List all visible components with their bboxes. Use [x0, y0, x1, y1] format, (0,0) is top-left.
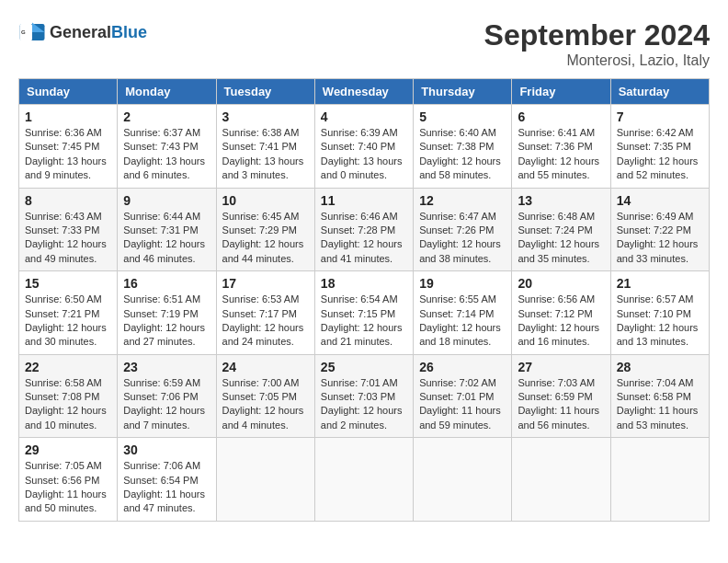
day-detail: Sunrise: 6:39 AM Sunset: 7:40 PM Dayligh… — [321, 126, 407, 183]
logo: G GeneralBlue — [18, 18, 147, 46]
calendar-cell: 12 Sunrise: 6:47 AM Sunset: 7:26 PM Dayl… — [414, 188, 512, 271]
col-saturday: Saturday — [610, 79, 709, 105]
calendar-cell: 21 Sunrise: 6:57 AM Sunset: 7:10 PM Dayl… — [610, 271, 709, 355]
month-title: September 2024 — [484, 18, 710, 52]
day-number: 14 — [617, 193, 703, 208]
day-detail: Sunrise: 6:47 AM Sunset: 7:26 PM Dayligh… — [419, 210, 506, 267]
day-detail: Sunrise: 6:56 AM Sunset: 7:12 PM Dayligh… — [518, 293, 604, 350]
col-tuesday: Tuesday — [216, 79, 314, 105]
day-detail: Sunrise: 6:44 AM Sunset: 7:31 PM Dayligh… — [123, 210, 210, 267]
day-detail: Sunrise: 6:40 AM Sunset: 7:38 PM Dayligh… — [419, 126, 506, 183]
day-detail: Sunrise: 6:51 AM Sunset: 7:19 PM Dayligh… — [123, 293, 210, 350]
col-friday: Friday — [512, 79, 610, 105]
day-number: 23 — [123, 360, 210, 374]
day-detail: Sunrise: 6:54 AM Sunset: 7:15 PM Dayligh… — [321, 293, 407, 350]
day-number: 9 — [123, 193, 210, 208]
calendar-cell: 14 Sunrise: 6:49 AM Sunset: 7:22 PM Dayl… — [610, 188, 709, 271]
logo-text: GeneralBlue — [50, 23, 147, 42]
calendar-cell: 7 Sunrise: 6:42 AM Sunset: 7:35 PM Dayli… — [610, 105, 709, 189]
calendar-cell: 8 Sunrise: 6:43 AM Sunset: 7:33 PM Dayli… — [19, 188, 118, 271]
day-number: 4 — [321, 109, 407, 124]
day-detail: Sunrise: 7:06 AM Sunset: 6:54 PM Dayligh… — [123, 459, 210, 516]
col-monday: Monday — [118, 79, 216, 105]
calendar-cell: 18 Sunrise: 6:54 AM Sunset: 7:15 PM Dayl… — [314, 271, 413, 355]
day-number: 10 — [222, 193, 309, 208]
day-detail: Sunrise: 6:37 AM Sunset: 7:43 PM Dayligh… — [123, 126, 210, 183]
day-detail: Sunrise: 7:00 AM Sunset: 7:05 PM Dayligh… — [222, 376, 309, 433]
day-detail: Sunrise: 6:48 AM Sunset: 7:24 PM Dayligh… — [518, 210, 604, 267]
day-detail: Sunrise: 7:05 AM Sunset: 6:56 PM Dayligh… — [25, 459, 111, 516]
calendar-cell: 24 Sunrise: 7:00 AM Sunset: 7:05 PM Dayl… — [216, 354, 314, 438]
calendar-cell: 27 Sunrise: 7:03 AM Sunset: 6:59 PM Dayl… — [512, 354, 610, 438]
calendar-cell: 30 Sunrise: 7:06 AM Sunset: 6:54 PM Dayl… — [118, 438, 216, 522]
day-number: 20 — [518, 276, 604, 291]
location-title: Monterosi, Lazio, Italy — [484, 52, 710, 69]
calendar-cell: 9 Sunrise: 6:44 AM Sunset: 7:31 PM Dayli… — [118, 188, 216, 271]
col-wednesday: Wednesday — [314, 79, 413, 105]
calendar-cell: 17 Sunrise: 6:53 AM Sunset: 7:17 PM Dayl… — [216, 271, 314, 355]
calendar-cell: 28 Sunrise: 7:04 AM Sunset: 6:58 PM Dayl… — [610, 354, 709, 438]
col-thursday: Thursday — [414, 79, 512, 105]
calendar-cell: 15 Sunrise: 6:50 AM Sunset: 7:21 PM Dayl… — [19, 271, 118, 355]
day-detail: Sunrise: 7:02 AM Sunset: 7:01 PM Dayligh… — [419, 376, 506, 433]
calendar-cell: 1 Sunrise: 6:36 AM Sunset: 7:45 PM Dayli… — [19, 105, 118, 189]
day-number: 19 — [419, 276, 506, 291]
calendar-cell: 19 Sunrise: 6:55 AM Sunset: 7:14 PM Dayl… — [414, 271, 512, 355]
calendar-cell — [512, 438, 610, 522]
page-header: G GeneralBlue September 2024 Monterosi, … — [18, 18, 710, 69]
calendar-cell: 5 Sunrise: 6:40 AM Sunset: 7:38 PM Dayli… — [414, 105, 512, 189]
calendar-table: Sunday Monday Tuesday Wednesday Thursday… — [18, 78, 710, 522]
day-number: 27 — [518, 360, 604, 374]
day-detail: Sunrise: 7:01 AM Sunset: 7:03 PM Dayligh… — [321, 376, 407, 433]
calendar-cell — [314, 438, 413, 522]
day-number: 11 — [321, 193, 407, 208]
day-detail: Sunrise: 6:57 AM Sunset: 7:10 PM Dayligh… — [617, 293, 703, 350]
day-number: 5 — [419, 109, 506, 124]
logo-general: General — [50, 23, 111, 41]
day-detail: Sunrise: 6:41 AM Sunset: 7:36 PM Dayligh… — [518, 126, 604, 183]
day-detail: Sunrise: 6:58 AM Sunset: 7:08 PM Dayligh… — [25, 376, 111, 433]
day-number: 2 — [123, 109, 210, 124]
calendar-cell: 11 Sunrise: 6:46 AM Sunset: 7:28 PM Dayl… — [314, 188, 413, 271]
day-number: 25 — [321, 360, 407, 374]
day-detail: Sunrise: 6:36 AM Sunset: 7:45 PM Dayligh… — [25, 126, 111, 183]
day-number: 28 — [617, 360, 703, 374]
calendar-cell: 6 Sunrise: 6:41 AM Sunset: 7:36 PM Dayli… — [512, 105, 610, 189]
calendar-cell: 13 Sunrise: 6:48 AM Sunset: 7:24 PM Dayl… — [512, 188, 610, 271]
day-number: 30 — [123, 442, 210, 457]
calendar-cell: 4 Sunrise: 6:39 AM Sunset: 7:40 PM Dayli… — [314, 105, 413, 189]
day-number: 7 — [617, 109, 703, 124]
day-number: 13 — [518, 193, 604, 208]
col-sunday: Sunday — [19, 79, 118, 105]
calendar-cell: 3 Sunrise: 6:38 AM Sunset: 7:41 PM Dayli… — [216, 105, 314, 189]
day-detail: Sunrise: 6:38 AM Sunset: 7:41 PM Dayligh… — [222, 126, 309, 183]
calendar-cell: 23 Sunrise: 6:59 AM Sunset: 7:06 PM Dayl… — [118, 354, 216, 438]
calendar-cell — [414, 438, 512, 522]
day-number: 24 — [222, 360, 309, 374]
svg-text:G: G — [21, 29, 26, 35]
day-number: 6 — [518, 109, 604, 124]
day-number: 8 — [25, 193, 111, 208]
calendar-cell — [216, 438, 314, 522]
day-number: 26 — [419, 360, 506, 374]
day-number: 15 — [25, 276, 111, 291]
day-detail: Sunrise: 6:53 AM Sunset: 7:17 PM Dayligh… — [222, 293, 309, 350]
day-detail: Sunrise: 6:43 AM Sunset: 7:33 PM Dayligh… — [25, 210, 111, 267]
day-number: 22 — [25, 360, 111, 374]
calendar-cell — [610, 438, 709, 522]
calendar-cell: 10 Sunrise: 6:45 AM Sunset: 7:29 PM Dayl… — [216, 188, 314, 271]
logo-blue: Blue — [111, 23, 147, 41]
day-detail: Sunrise: 6:50 AM Sunset: 7:21 PM Dayligh… — [25, 293, 111, 350]
day-detail: Sunrise: 7:04 AM Sunset: 6:58 PM Dayligh… — [617, 376, 703, 433]
day-detail: Sunrise: 6:59 AM Sunset: 7:06 PM Dayligh… — [123, 376, 210, 433]
day-number: 3 — [222, 109, 309, 124]
calendar-cell: 20 Sunrise: 6:56 AM Sunset: 7:12 PM Dayl… — [512, 271, 610, 355]
calendar-cell: 16 Sunrise: 6:51 AM Sunset: 7:19 PM Dayl… — [118, 271, 216, 355]
title-block: September 2024 Monterosi, Lazio, Italy — [484, 18, 710, 69]
day-detail: Sunrise: 6:42 AM Sunset: 7:35 PM Dayligh… — [617, 126, 703, 183]
day-number: 18 — [321, 276, 407, 291]
day-number: 29 — [25, 442, 111, 457]
day-detail: Sunrise: 6:49 AM Sunset: 7:22 PM Dayligh… — [617, 210, 703, 267]
day-detail: Sunrise: 6:45 AM Sunset: 7:29 PM Dayligh… — [222, 210, 309, 267]
day-detail: Sunrise: 7:03 AM Sunset: 6:59 PM Dayligh… — [518, 376, 604, 433]
